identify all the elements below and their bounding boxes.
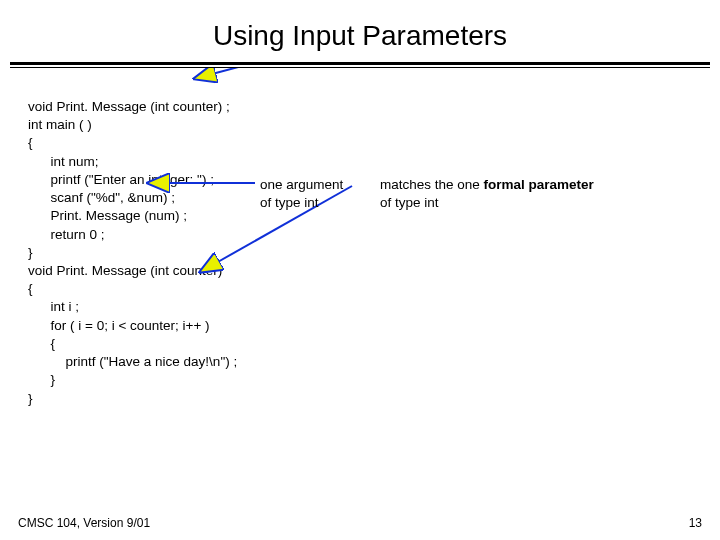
code-line: } (28, 371, 700, 389)
annotation-line: matches the one formal parameter (380, 176, 594, 194)
code-line: int main ( ) (28, 116, 700, 134)
slide: Using Input Parameters void Print. Messa… (0, 0, 720, 540)
annotation-bold: formal parameter (484, 177, 594, 192)
code-line: printf ("Enter an integer: ") ; (28, 171, 700, 189)
page-title: Using Input Parameters (0, 0, 720, 62)
annotation-text: matches the one (380, 177, 484, 192)
code-line: void Print. Message (int counter) (28, 262, 700, 280)
code-line: { (28, 134, 700, 152)
annotation-argument: one argument of type int (260, 176, 343, 212)
code-line: Print. Message (num) ; (28, 207, 700, 225)
code-line: } (28, 390, 700, 408)
annotation-line: of type int (380, 194, 594, 212)
page-number: 13 (689, 516, 702, 530)
svg-line-0 (212, 68, 310, 74)
annotation-parameter: matches the one formal parameter of type… (380, 176, 594, 212)
code-line: } (28, 244, 700, 262)
code-line: printf ("Have a nice day!\n") ; (28, 353, 700, 371)
code-line: void Print. Message (int counter) ; (28, 98, 700, 116)
code-line: for ( i = 0; i < counter; i++ ) (28, 317, 700, 335)
annotation-line: of type int (260, 194, 343, 212)
code-line: scanf ("%d", &num) ; (28, 189, 700, 207)
footer-course: CMSC 104, Version 9/01 (18, 516, 150, 530)
content-area: void Print. Message (int counter) ; int … (0, 68, 720, 408)
annotation-line: one argument (260, 176, 343, 194)
code-line: { (28, 280, 700, 298)
code-line: { (28, 335, 700, 353)
code-line: return 0 ; (28, 226, 700, 244)
code-line: int num; (28, 153, 700, 171)
code-line: int i ; (28, 298, 700, 316)
